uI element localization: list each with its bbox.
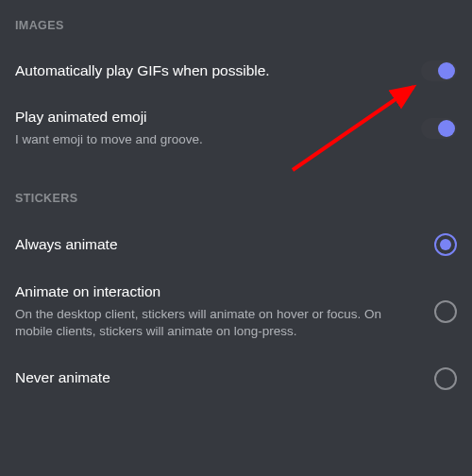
setting-row-auto-gif: Automatically play GIFs when possible. — [15, 51, 457, 98]
setting-title: Always animate — [15, 235, 419, 255]
radio-never-animate[interactable] — [434, 367, 457, 390]
setting-title: Automatically play GIFs when possible. — [15, 61, 406, 81]
section-header-stickers: STICKERS — [15, 192, 457, 205]
section-gap — [15, 165, 457, 186]
settings-panel: IMAGES Automatically play GIFs when poss… — [0, 0, 472, 407]
setting-text: Never animate — [15, 368, 419, 388]
setting-text: Animate on interaction On the desktop cl… — [15, 282, 419, 340]
setting-row-always-animate: Always animate — [15, 224, 457, 273]
setting-text: Automatically play GIFs when possible. — [15, 61, 406, 81]
setting-text: Always animate — [15, 235, 419, 255]
radio-animate-interaction[interactable] — [434, 300, 457, 323]
setting-control — [434, 300, 457, 323]
setting-control — [434, 233, 457, 256]
setting-control — [421, 60, 457, 81]
setting-title: Never animate — [15, 368, 419, 388]
setting-control — [434, 367, 457, 390]
setting-row-animate-interaction: Animate on interaction On the desktop cl… — [15, 273, 457, 357]
setting-control — [421, 118, 457, 139]
radio-always-animate[interactable] — [434, 233, 457, 256]
toggle-auto-gif[interactable] — [421, 60, 457, 81]
toggle-knob — [438, 120, 455, 137]
setting-row-never-animate: Never animate — [15, 358, 457, 407]
toggle-knob — [438, 62, 455, 79]
setting-subtitle: On the desktop client, stickers will ani… — [15, 306, 419, 340]
setting-row-animated-emoji: Play animated emoji I want emoji to move… — [15, 98, 457, 165]
setting-title: Play animated emoji — [15, 108, 406, 128]
setting-title: Animate on interaction — [15, 282, 419, 302]
setting-subtitle: I want emoji to move and groove. — [15, 131, 406, 148]
section-header-images: IMAGES — [15, 19, 457, 32]
setting-text: Play animated emoji I want emoji to move… — [15, 108, 406, 148]
toggle-animated-emoji[interactable] — [421, 118, 457, 139]
